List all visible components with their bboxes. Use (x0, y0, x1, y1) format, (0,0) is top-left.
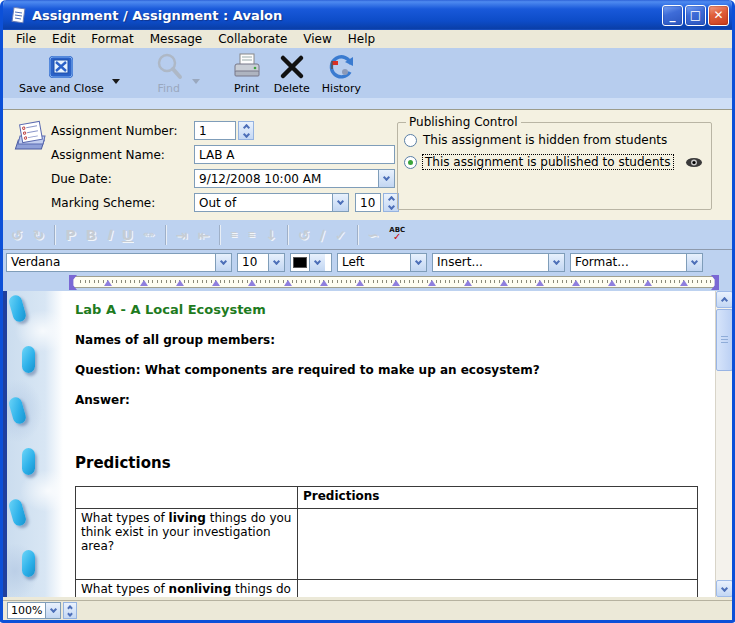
menu-help[interactable]: Help (340, 31, 383, 47)
ruler-tick (634, 280, 635, 283)
save-and-close-button[interactable]: Save and Close (13, 51, 110, 96)
font-family-combobox[interactable]: Verdana (6, 253, 232, 272)
space-before-icon[interactable]: ≡ (230, 230, 238, 239)
move-down-icon[interactable]: ↓ (265, 228, 277, 242)
menu-view[interactable]: View (295, 31, 339, 47)
revert-icon[interactable]: ↺ (298, 228, 310, 242)
italic-icon[interactable]: I (106, 228, 111, 242)
tab-stop-marker[interactable] (284, 280, 292, 286)
marking-scheme-combobox[interactable]: Out of (194, 193, 349, 212)
space-after-icon[interactable]: ≡ (248, 230, 256, 239)
ruler-tick (557, 280, 558, 283)
tab-stop-marker[interactable] (464, 280, 472, 286)
tab-stop-marker[interactable] (608, 280, 616, 286)
scroll-up-icon[interactable] (716, 291, 732, 308)
print-button[interactable]: Print (226, 51, 268, 96)
quote-style-icon[interactable]: «» (143, 230, 155, 239)
dropdown-icon[interactable] (309, 254, 325, 271)
minimize-button[interactable]: _ (662, 5, 683, 26)
zoom-spinner[interactable] (63, 602, 77, 619)
binding-pill (22, 448, 35, 475)
vertical-scrollbar[interactable] (715, 291, 732, 597)
dropdown-icon[interactable] (410, 254, 426, 271)
zoom-dropdown-icon[interactable] (46, 602, 61, 619)
save-and-close-label: Save and Close (19, 82, 104, 95)
find-button[interactable]: Find (148, 51, 190, 96)
tab-stop-marker[interactable] (644, 280, 652, 286)
indent-decrease-icon[interactable]: ⇤ (197, 228, 209, 242)
bold-icon[interactable]: B (86, 228, 97, 242)
tab-stop-marker[interactable] (680, 280, 688, 286)
dropdown-icon[interactable] (686, 254, 702, 271)
insert-combobox[interactable]: Insert... (432, 253, 565, 272)
ruler-tick (692, 280, 693, 283)
tab-stop-marker[interactable] (140, 280, 148, 286)
left-indent-marker[interactable] (69, 275, 77, 290)
answer-cell[interactable] (298, 509, 698, 580)
hidden-radio-label[interactable]: This assignment is hidden from students (423, 133, 667, 147)
accept-icon[interactable]: ✓ (335, 228, 347, 242)
tab-stop-marker[interactable] (356, 280, 364, 286)
signature-icon[interactable]: ∽ (368, 228, 380, 242)
delete-button[interactable]: Delete (268, 51, 316, 96)
redo-icon[interactable]: ↻ (33, 228, 45, 242)
dropdown-icon[interactable] (215, 254, 231, 271)
font-size-combobox[interactable]: 10 (237, 253, 285, 272)
menu-collaborate[interactable]: Collaborate (210, 31, 295, 47)
due-date-combobox[interactable]: 9/12/2008 10:00 AM (194, 169, 395, 188)
publishing-control-legend: Publishing Control (406, 115, 521, 129)
right-indent-marker[interactable] (711, 275, 719, 290)
document-editor[interactable]: Lab A - A Local Ecosystem Names of all g… (3, 291, 732, 597)
save-and-close-dropdown-caret[interactable] (112, 79, 120, 84)
assignment-name-input[interactable]: LAB A (194, 145, 395, 164)
dropdown-icon[interactable] (268, 254, 284, 271)
dropdown-icon[interactable] (548, 254, 564, 271)
tab-stop-marker[interactable] (500, 280, 508, 286)
scrollbar-thumb[interactable] (716, 309, 732, 371)
plain-text-icon[interactable]: P (65, 228, 75, 242)
menu-message[interactable]: Message (142, 31, 211, 47)
close-button[interactable]: ✕ (708, 5, 729, 26)
tab-stop-marker[interactable] (392, 280, 400, 286)
assignment-number-spinner[interactable] (238, 121, 254, 140)
answer-cell[interactable] (298, 580, 698, 598)
format-combobox[interactable]: Format... (570, 253, 703, 272)
published-radio-label[interactable]: This assignment is published to students (423, 155, 673, 169)
hidden-radio[interactable] (404, 134, 417, 147)
published-radio[interactable] (404, 156, 417, 169)
menu-file[interactable]: File (8, 31, 44, 47)
insert-value: Insert... (433, 255, 548, 269)
marking-scheme-dropdown-icon[interactable] (332, 194, 348, 211)
alignment-combobox[interactable]: Left (337, 253, 427, 272)
ruler-tick (665, 280, 666, 283)
ruler[interactable] (69, 276, 719, 288)
tab-stop-marker[interactable] (212, 280, 220, 286)
tab-stop-marker[interactable] (248, 280, 256, 286)
tab-stop-marker[interactable] (536, 280, 544, 286)
font-color-combobox[interactable] (290, 253, 332, 272)
tab-stop-marker[interactable] (572, 280, 580, 286)
menu-edit[interactable]: Edit (44, 31, 83, 47)
maximize-button[interactable]: □ (685, 5, 706, 26)
spellcheck-icon[interactable]: ABC ✓ (389, 227, 405, 242)
indent-increase-icon[interactable]: ⇥ (176, 228, 188, 242)
history-button[interactable]: History (316, 51, 367, 96)
underline-icon[interactable]: U (122, 228, 133, 242)
ruler-tick (454, 280, 455, 283)
undo-icon[interactable]: ↺ (11, 228, 23, 242)
marking-scheme-points-input[interactable]: 10 (355, 193, 381, 212)
tab-stop-marker[interactable] (104, 280, 112, 286)
tab-stop-marker[interactable] (176, 280, 184, 286)
find-dropdown-caret[interactable] (192, 79, 200, 84)
assignment-number-input[interactable]: 1 (194, 121, 236, 140)
table-row: What types of nonliving things do you th… (76, 580, 698, 598)
pen-icon[interactable]: ∕ (320, 228, 325, 242)
ruler-tick (598, 280, 599, 283)
menu-format[interactable]: Format (83, 31, 141, 47)
tab-stop-marker[interactable] (428, 280, 436, 286)
scroll-down-icon[interactable] (716, 580, 732, 597)
print-label: Print (234, 82, 259, 95)
due-date-dropdown-icon[interactable] (378, 170, 394, 187)
zoom-control[interactable]: 100% (7, 602, 77, 619)
tab-stop-marker[interactable] (320, 280, 328, 286)
